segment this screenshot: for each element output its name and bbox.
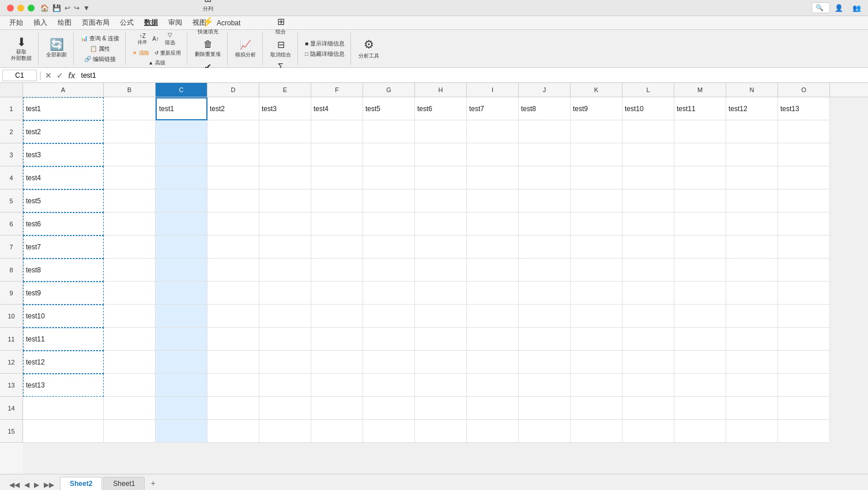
col-header-N[interactable]: N	[726, 83, 778, 97]
cell-J12[interactable]	[519, 351, 571, 374]
cell-I12[interactable]	[467, 351, 519, 374]
cell-N8[interactable]	[726, 259, 778, 282]
cell-O4[interactable]	[778, 166, 830, 189]
cell-O1[interactable]: test13	[778, 97, 830, 120]
cell-O12[interactable]	[778, 351, 830, 374]
cell-J13[interactable]	[519, 374, 571, 397]
cell-A5[interactable]: test5	[23, 189, 104, 212]
cell-I4[interactable]	[467, 166, 519, 189]
ungroup-button[interactable]: ⊟ 取消组合	[267, 37, 294, 60]
cell-J7[interactable]	[519, 235, 571, 259]
sheet-tab-sheet1[interactable]: Sheet1	[103, 477, 145, 490]
cell-A8[interactable]: test8	[23, 259, 104, 282]
cell-A15[interactable]	[23, 420, 104, 443]
cell-I9[interactable]	[467, 282, 519, 305]
cell-B11[interactable]	[104, 328, 156, 351]
cell-M6[interactable]	[674, 212, 726, 235]
cell-M13[interactable]	[674, 374, 726, 397]
cell-H5[interactable]	[415, 189, 467, 212]
col-header-D[interactable]: D	[207, 83, 259, 97]
cell-K15[interactable]	[571, 420, 622, 443]
cell-E10[interactable]	[259, 305, 311, 328]
cell-B1[interactable]	[104, 97, 156, 120]
home-icon[interactable]: 🏠	[40, 4, 49, 12]
row-header-4[interactable]: 4	[0, 166, 23, 189]
cell-E5[interactable]	[259, 189, 311, 212]
cell-G7[interactable]	[363, 235, 415, 259]
cell-I15[interactable]	[467, 420, 519, 443]
cell-L8[interactable]	[622, 259, 674, 282]
cell-L1[interactable]: test10	[622, 97, 674, 120]
cell-F12[interactable]	[311, 351, 363, 374]
cell-G1[interactable]: test5	[363, 97, 415, 120]
cell-G10[interactable]	[363, 305, 415, 328]
split-column-button[interactable]: ⊞ 分列	[200, 0, 216, 14]
cell-H4[interactable]	[415, 166, 467, 189]
function-icon[interactable]: fx	[67, 70, 76, 81]
cell-F8[interactable]	[311, 259, 363, 282]
sheet-nav-left[interactable]: ◀◀	[8, 480, 21, 490]
cell-G11[interactable]	[363, 328, 415, 351]
cell-K9[interactable]	[571, 282, 622, 305]
flash-fill-button[interactable]: ⚡ 快速填充	[195, 14, 221, 37]
cell-F6[interactable]	[311, 212, 363, 235]
menu-start[interactable]: 开始	[5, 17, 28, 29]
cell-I5[interactable]	[467, 189, 519, 212]
cell-B9[interactable]	[104, 282, 156, 305]
cell-J4[interactable]	[519, 166, 571, 189]
cell-G2[interactable]	[363, 120, 415, 143]
cell-K5[interactable]	[571, 189, 622, 212]
menu-review[interactable]: 审阅	[164, 17, 187, 29]
cell-M4[interactable]	[674, 166, 726, 189]
cell-A7[interactable]: test7	[23, 235, 104, 259]
cell-H1[interactable]: test6	[415, 97, 467, 120]
cell-O11[interactable]	[778, 328, 830, 351]
cell-J15[interactable]	[519, 420, 571, 443]
cell-L7[interactable]	[622, 235, 674, 259]
cell-N5[interactable]	[726, 189, 778, 212]
cell-D3[interactable]	[207, 143, 259, 166]
cell-F14[interactable]	[311, 397, 363, 420]
cell-A12[interactable]: test12	[23, 351, 104, 374]
cell-L2[interactable]	[622, 120, 674, 143]
cell-F1[interactable]: test4	[311, 97, 363, 120]
cell-M8[interactable]	[674, 259, 726, 282]
cell-C5[interactable]	[156, 189, 207, 212]
cell-L10[interactable]	[622, 305, 674, 328]
cell-N12[interactable]	[726, 351, 778, 374]
cell-J2[interactable]	[519, 120, 571, 143]
cell-G13[interactable]	[363, 374, 415, 397]
cell-F15[interactable]	[311, 420, 363, 443]
row-header-13[interactable]: 13	[0, 374, 23, 397]
row-header-7[interactable]: 7	[0, 235, 23, 259]
cell-G12[interactable]	[363, 351, 415, 374]
cell-G14[interactable]	[363, 397, 415, 420]
cell-I7[interactable]	[467, 235, 519, 259]
cell-F13[interactable]	[311, 374, 363, 397]
cell-J6[interactable]	[519, 212, 571, 235]
cell-C11[interactable]	[156, 328, 207, 351]
refresh-all-button[interactable]: 🔄 全部刷新	[43, 37, 70, 60]
menu-draw[interactable]: 绘图	[53, 17, 76, 29]
cell-I11[interactable]	[467, 328, 519, 351]
cell-E2[interactable]	[259, 120, 311, 143]
cell-L3[interactable]	[622, 143, 674, 166]
cell-C14[interactable]	[156, 397, 207, 420]
cell-B2[interactable]	[104, 120, 156, 143]
cell-D7[interactable]	[207, 235, 259, 259]
cell-M5[interactable]	[674, 189, 726, 212]
cell-G5[interactable]	[363, 189, 415, 212]
cell-O2[interactable]	[778, 120, 830, 143]
cell-C12[interactable]	[156, 351, 207, 374]
cell-G6[interactable]	[363, 212, 415, 235]
cell-N15[interactable]	[726, 420, 778, 443]
cell-K4[interactable]	[571, 166, 622, 189]
cell-D14[interactable]	[207, 397, 259, 420]
cell-B15[interactable]	[104, 420, 156, 443]
cell-E9[interactable]	[259, 282, 311, 305]
cell-A1[interactable]: test1	[23, 97, 104, 120]
cell-L12[interactable]	[622, 351, 674, 374]
row-header-5[interactable]: 5	[0, 189, 23, 212]
cell-E15[interactable]	[259, 420, 311, 443]
menu-data[interactable]: 数据	[139, 17, 163, 29]
